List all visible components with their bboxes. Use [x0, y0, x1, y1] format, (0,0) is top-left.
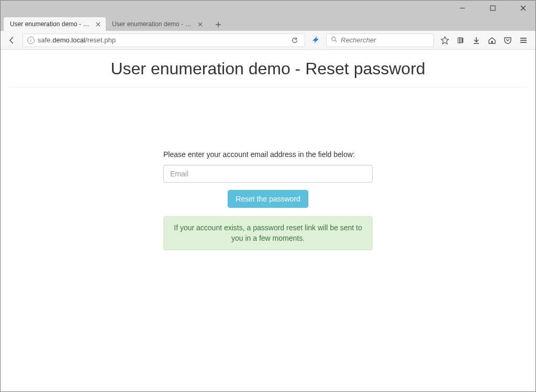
bookmark-star-icon[interactable] [437, 33, 453, 48]
svg-rect-16 [492, 41, 493, 43]
toolbar-right [437, 33, 531, 48]
url-text: safe.demo.local/reset.php [38, 36, 286, 44]
search-bar[interactable] [326, 33, 434, 47]
new-tab-button[interactable] [211, 18, 226, 31]
close-icon[interactable] [95, 20, 102, 28]
library-icon[interactable] [453, 33, 468, 48]
browser-tab-1[interactable]: User enumeration demo - Reset [106, 17, 208, 31]
url-prefix: safe. [38, 36, 52, 44]
browser-toolbar: i safe.demo.local/reset.php [1, 31, 535, 50]
url-bar[interactable]: i safe.demo.local/reset.php [23, 33, 305, 47]
downloads-icon[interactable] [468, 33, 484, 48]
reset-form: Please enter your account email address … [163, 150, 373, 250]
success-alert: If your account exists, a password reset… [163, 216, 373, 250]
window-minimize-button[interactable] [452, 1, 473, 15]
browser-tab-0[interactable]: User enumeration demo - Reset [4, 17, 106, 31]
hamburger-menu-icon[interactable] [516, 33, 531, 48]
reset-password-button[interactable]: Reset the password [228, 190, 308, 208]
divider [9, 87, 527, 87]
tab-title: User enumeration demo - Reset [10, 20, 92, 28]
home-icon[interactable] [484, 33, 500, 48]
search-icon [331, 36, 338, 45]
page-title: User enumeration demo - Reset password [1, 59, 535, 79]
extension-icon[interactable] [308, 33, 323, 48]
tab-title: User enumeration demo - Reset [112, 20, 194, 28]
window-maximize-button[interactable] [482, 1, 503, 15]
reload-icon[interactable] [289, 37, 300, 44]
back-button[interactable] [5, 33, 19, 48]
email-field[interactable] [163, 165, 373, 183]
search-input[interactable] [341, 36, 429, 44]
svg-rect-14 [462, 38, 463, 43]
svg-rect-13 [460, 38, 462, 43]
site-info-icon[interactable]: i [27, 37, 35, 44]
tab-strip: User enumeration demo - Reset User enume… [1, 15, 535, 31]
close-icon[interactable] [197, 20, 204, 28]
window-controls [1, 1, 535, 15]
page-content: User enumeration demo - Reset password P… [1, 50, 535, 250]
url-path: /reset.php [85, 36, 116, 44]
window-close-button[interactable] [512, 1, 533, 15]
svg-point-10 [332, 37, 336, 40]
url-host: demo.local [52, 36, 85, 44]
svg-rect-1 [490, 6, 495, 10]
page-viewport: User enumeration demo - Reset password P… [1, 50, 535, 391]
prompt-text: Please enter your account email address … [163, 150, 373, 159]
svg-rect-12 [458, 38, 460, 43]
svg-line-11 [335, 40, 337, 42]
pocket-icon[interactable] [500, 33, 516, 48]
